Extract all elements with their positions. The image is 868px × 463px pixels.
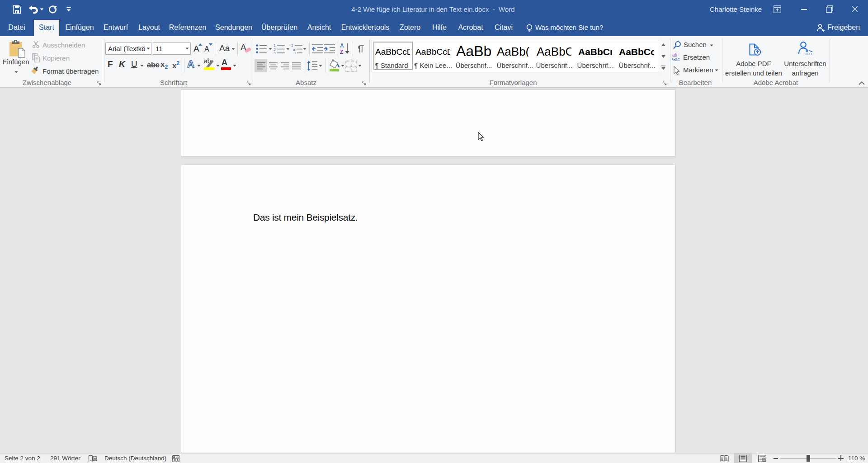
svg-text:A: A [340,43,344,49]
svg-text:Z: Z [340,49,343,55]
svg-text:ac: ac [675,57,680,61]
svg-text:3: 3 [274,51,276,54]
svg-text:i: i [295,51,296,54]
